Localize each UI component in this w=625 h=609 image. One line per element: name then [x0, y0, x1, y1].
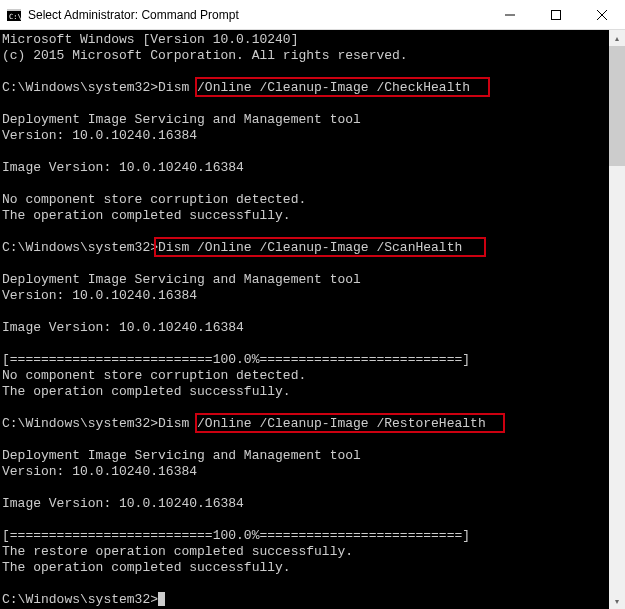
- terminal-line: The operation completed successfully.: [2, 560, 607, 576]
- terminal-line: No component store corruption detected.: [2, 368, 607, 384]
- terminal-line: [2, 144, 607, 160]
- close-button[interactable]: [579, 0, 625, 30]
- terminal-line: [2, 96, 607, 112]
- terminal-line: [2, 576, 607, 592]
- terminal-line: [2, 400, 607, 416]
- minimize-button[interactable]: [487, 0, 533, 30]
- terminal-line: Deployment Image Servicing and Managemen…: [2, 112, 607, 128]
- terminal-line: (c) 2015 Microsoft Corporation. All righ…: [2, 48, 607, 64]
- terminal-line: [==========================100.0%=======…: [2, 352, 607, 368]
- terminal-line: Image Version: 10.0.10240.16384: [2, 320, 607, 336]
- terminal-line: Image Version: 10.0.10240.16384: [2, 160, 607, 176]
- terminal-line: Deployment Image Servicing and Managemen…: [2, 272, 607, 288]
- terminal-line: [2, 304, 607, 320]
- terminal-line: [2, 224, 607, 240]
- terminal-line: Deployment Image Servicing and Managemen…: [2, 448, 607, 464]
- terminal-line: [2, 256, 607, 272]
- terminal-line: C:\Windows\system32>: [2, 592, 607, 608]
- terminal-line: [2, 176, 607, 192]
- svg-text:C:\: C:\: [9, 13, 22, 21]
- maximize-button[interactable]: [533, 0, 579, 30]
- terminal-line: [2, 512, 607, 528]
- scroll-up-button[interactable]: ▴: [609, 30, 625, 46]
- terminal-line: Version: 10.0.10240.16384: [2, 288, 607, 304]
- terminal-line: Image Version: 10.0.10240.16384: [2, 496, 607, 512]
- scrollbar[interactable]: ▴ ▾: [609, 30, 625, 609]
- scroll-thumb[interactable]: [609, 46, 625, 166]
- scroll-down-button[interactable]: ▾: [609, 593, 625, 609]
- svg-rect-4: [552, 10, 561, 19]
- svg-rect-1: [7, 9, 21, 11]
- terminal-line: No component store corruption detected.: [2, 192, 607, 208]
- terminal-line: [2, 64, 607, 80]
- terminal-line: The operation completed successfully.: [2, 384, 607, 400]
- window-controls: [487, 0, 625, 29]
- title-bar: C:\ Select Administrator: Command Prompt: [0, 0, 625, 30]
- terminal-line: [2, 432, 607, 448]
- scroll-track[interactable]: [609, 46, 625, 593]
- cursor: [158, 592, 165, 606]
- terminal-line: [==========================100.0%=======…: [2, 528, 607, 544]
- window-title: Select Administrator: Command Prompt: [28, 8, 487, 22]
- terminal-line: C:\Windows\system32>Dism /Online /Cleanu…: [2, 416, 607, 432]
- terminal-line: The operation completed successfully.: [2, 208, 607, 224]
- terminal-line: Microsoft Windows [Version 10.0.10240]: [2, 32, 607, 48]
- terminal-line: Version: 10.0.10240.16384: [2, 128, 607, 144]
- cmd-icon: C:\: [6, 7, 22, 23]
- terminal[interactable]: Microsoft Windows [Version 10.0.10240](c…: [0, 30, 609, 609]
- terminal-line: The restore operation completed successf…: [2, 544, 607, 560]
- terminal-line: C:\Windows\system32>Dism /Online /Cleanu…: [2, 80, 607, 96]
- terminal-line: C:\Windows\system32>Dism /Online /Cleanu…: [2, 240, 607, 256]
- terminal-wrapper: Microsoft Windows [Version 10.0.10240](c…: [0, 30, 625, 609]
- terminal-line: [2, 480, 607, 496]
- terminal-line: Version: 10.0.10240.16384: [2, 464, 607, 480]
- terminal-line: [2, 336, 607, 352]
